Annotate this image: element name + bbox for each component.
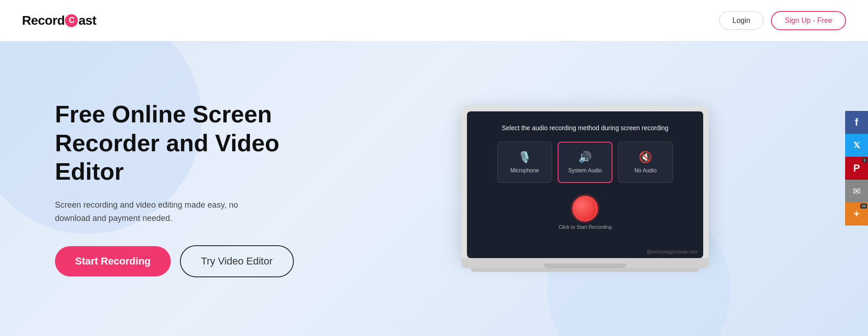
watermark: @technologycrowds.com xyxy=(646,249,698,254)
hero-title: Free Online Screen Recorder and Video Ed… xyxy=(55,100,339,186)
laptop-foot xyxy=(471,268,700,272)
no-audio-label: No Audio xyxy=(635,167,657,174)
record-btn-area: Click to Start Recording xyxy=(478,196,692,230)
no-audio-option[interactable]: 🔇 No Audio xyxy=(618,142,673,183)
audio-options: 🎙️ Microphone 🔊 System Audio 🔇 No Audio xyxy=(478,142,692,183)
twitter-share-button[interactable]: 𝕏 xyxy=(845,134,868,157)
pinterest-badge: 1 xyxy=(863,158,867,163)
more-icon: + xyxy=(854,208,860,220)
hero-visual: Select the audio recording method during… xyxy=(339,106,831,272)
email-icon: ✉ xyxy=(853,186,861,197)
header-nav: Login Sign Up - Free xyxy=(719,11,846,30)
logo-c-icon: C xyxy=(65,14,78,27)
microphone-icon: 🎙️ xyxy=(518,151,532,164)
record-button[interactable] xyxy=(572,196,598,221)
pinterest-icon: P xyxy=(853,162,860,174)
logo-text-after: ast xyxy=(78,13,96,28)
no-audio-icon: 🔇 xyxy=(639,151,652,164)
try-video-editor-button[interactable]: Try Video Editor xyxy=(180,245,294,277)
login-button[interactable]: Login xyxy=(719,11,764,30)
email-share-button[interactable]: ✉ xyxy=(845,180,868,203)
laptop-mockup: Select the audio recording method during… xyxy=(461,106,709,272)
start-recording-button[interactable]: Start Recording xyxy=(55,246,171,276)
record-label: Click to Start Recording xyxy=(559,224,612,230)
microphone-label: Microphone xyxy=(510,167,539,174)
screen-title: Select the audio recording method during… xyxy=(478,124,692,132)
hero-content: Free Online Screen Recorder and Video Ed… xyxy=(55,100,339,277)
logo: Record C ast xyxy=(22,13,96,28)
twitter-icon: 𝕏 xyxy=(853,140,860,150)
hero-subtitle: Screen recording and video editing made … xyxy=(55,198,275,225)
hero-buttons: Start Recording Try Video Editor xyxy=(55,245,339,277)
more-badge: 39 xyxy=(860,204,867,209)
laptop-base xyxy=(461,258,709,268)
hero-section: Free Online Screen Recorder and Video Ed… xyxy=(0,41,868,336)
header: Record C ast Login Sign Up - Free xyxy=(0,0,868,41)
facebook-icon: f xyxy=(855,116,858,128)
signup-button[interactable]: Sign Up - Free xyxy=(771,11,846,30)
social-sidebar: f 𝕏 P 1 ✉ + 39 xyxy=(845,111,868,226)
more-share-button[interactable]: + 39 xyxy=(845,203,868,226)
system-audio-label: System Audio xyxy=(568,167,602,174)
system-audio-option[interactable]: 🔊 System Audio xyxy=(558,142,613,183)
laptop-screen: Select the audio recording method during… xyxy=(467,111,703,258)
system-audio-icon: 🔊 xyxy=(578,151,592,164)
pinterest-share-button[interactable]: P 1 xyxy=(845,157,868,180)
facebook-share-button[interactable]: f xyxy=(845,111,868,134)
laptop-screen-wrapper: Select the audio recording method during… xyxy=(461,106,709,258)
microphone-option[interactable]: 🎙️ Microphone xyxy=(497,142,552,183)
logo-text-before: Record xyxy=(22,13,65,28)
